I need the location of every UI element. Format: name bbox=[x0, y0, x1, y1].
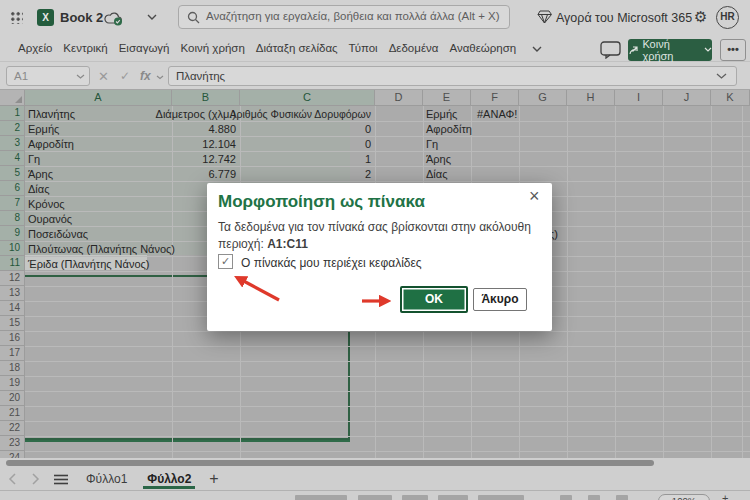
cell-B5[interactable]: 6.779 bbox=[208, 168, 236, 180]
column-header-I[interactable]: I bbox=[615, 90, 663, 106]
app-launcher-waffle-icon[interactable] bbox=[10, 11, 23, 24]
row-header-15[interactable]: 15 bbox=[0, 316, 25, 331]
status-view-icon[interactable] bbox=[560, 495, 572, 500]
cell-A1[interactable]: Πλανήτης bbox=[28, 108, 75, 120]
cell-B3[interactable]: 12.104 bbox=[202, 138, 236, 150]
row-header-14[interactable]: 14 bbox=[0, 301, 25, 316]
row-header-13[interactable]: 13 bbox=[0, 286, 25, 301]
insert-function-icon[interactable]: fx bbox=[140, 69, 151, 83]
cell-C3[interactable]: 0 bbox=[365, 138, 371, 150]
row-header-16[interactable]: 16 bbox=[0, 331, 25, 346]
row-header-4[interactable]: 4 bbox=[0, 151, 25, 166]
sheet-nav-left-icon[interactable] bbox=[8, 473, 17, 485]
select-all-corner[interactable] bbox=[0, 90, 25, 106]
settings-gear-icon[interactable]: ⚙ bbox=[694, 8, 707, 26]
cell-E3[interactable]: Γη bbox=[426, 138, 438, 150]
cell-C1[interactable]: Αριθμός Φυσικών Δορυφόρων bbox=[230, 108, 372, 120]
row-header-6[interactable]: 6 bbox=[0, 181, 25, 196]
row-header-18[interactable]: 18 bbox=[0, 361, 25, 376]
zoom-control[interactable]: 100% bbox=[658, 494, 710, 500]
headers-checkbox-label[interactable]: Ο πίνακάς μου περιέχει κεφαλίδες bbox=[241, 256, 422, 270]
cell-A11[interactable]: Έριδα (Πλανήτης Νάνος) bbox=[28, 258, 150, 270]
account-avatar[interactable]: HR bbox=[716, 6, 739, 29]
row-header-1[interactable]: 1 bbox=[0, 106, 25, 121]
status-view-icon[interactable] bbox=[588, 495, 600, 500]
cell-B4[interactable]: 12.742 bbox=[202, 153, 236, 165]
row-header-3[interactable]: 3 bbox=[0, 136, 25, 151]
sheet-tab-φύλλο1[interactable]: Φύλλο1 bbox=[82, 468, 131, 490]
column-header-B[interactable]: B bbox=[172, 90, 240, 106]
row-header-22[interactable]: 22 bbox=[0, 421, 25, 436]
sheet-nav-right-icon[interactable] bbox=[31, 473, 40, 485]
name-box-chevron-icon[interactable] bbox=[76, 74, 85, 80]
cancel-button[interactable]: Άκυρο bbox=[473, 288, 527, 311]
ribbon-tab-αναθεώρηση[interactable]: Αναθεώρηση bbox=[449, 42, 516, 54]
cell-A9[interactable]: Ποσειδώνας bbox=[28, 228, 88, 240]
cell-B1[interactable]: Διάμετρος (χλμ.) bbox=[156, 108, 236, 120]
workbook-title[interactable]: Book 2 bbox=[60, 10, 103, 25]
cell-A5[interactable]: Άρης bbox=[28, 168, 53, 180]
zoom-in-icon[interactable]: + bbox=[722, 492, 728, 500]
row-header-7[interactable]: 7 bbox=[0, 196, 25, 211]
cell-E5[interactable]: Δίας bbox=[426, 168, 447, 180]
column-header-D[interactable]: D bbox=[375, 90, 423, 106]
ok-button[interactable]: OK bbox=[400, 286, 468, 313]
ribbon-tab-αρχείο[interactable]: Αρχείο bbox=[18, 42, 52, 54]
cell-B2[interactable]: 4.880 bbox=[208, 123, 236, 135]
cell-E4[interactable]: Άρης bbox=[426, 153, 451, 165]
row-header-19[interactable]: 19 bbox=[0, 376, 25, 391]
row-header-21[interactable]: 21 bbox=[0, 406, 25, 421]
cell-A7[interactable]: Κρόνος bbox=[28, 198, 65, 210]
ribbon-tab-κοινή-χρήση[interactable]: Κοινή χρήση bbox=[181, 42, 245, 54]
formula-enter-icon[interactable]: ✓ bbox=[120, 69, 130, 83]
ribbon-overflow-chevron-icon[interactable] bbox=[532, 46, 542, 53]
sheet-list-menu-icon[interactable] bbox=[54, 474, 68, 485]
formula-cancel-icon[interactable]: ✕ bbox=[98, 69, 109, 84]
column-header-G[interactable]: G bbox=[519, 90, 567, 106]
comments-icon[interactable] bbox=[600, 41, 622, 59]
ribbon-tab-δεδομένα[interactable]: Δεδομένα bbox=[389, 42, 439, 54]
row-header-12[interactable]: 12 bbox=[0, 271, 25, 286]
horizontal-scrollbar-thumb[interactable] bbox=[6, 460, 654, 466]
row-header-9[interactable]: 9 bbox=[0, 226, 25, 241]
row-header-10[interactable]: 10 bbox=[0, 241, 25, 256]
title-chevron-down-icon[interactable] bbox=[147, 14, 157, 21]
ribbon-tab-τύποι[interactable]: Τύποι bbox=[349, 42, 378, 54]
column-header-F[interactable]: F bbox=[471, 90, 519, 106]
ribbon-more-button[interactable]: ••• bbox=[720, 39, 746, 61]
cell-C4[interactable]: 1 bbox=[365, 153, 371, 165]
horizontal-scrollbar[interactable] bbox=[0, 458, 750, 468]
row-header-2[interactable]: 2 bbox=[0, 121, 25, 136]
column-header-E[interactable]: E bbox=[423, 90, 471, 106]
row-header-20[interactable]: 20 bbox=[0, 391, 25, 406]
cell-A10[interactable]: Πλούτωνας (Πλανήτης Νάνος) bbox=[28, 243, 175, 255]
row-header-8[interactable]: 8 bbox=[0, 211, 25, 226]
column-header-K[interactable]: K bbox=[711, 90, 750, 106]
headers-checkbox[interactable]: ✓ bbox=[218, 254, 233, 269]
column-header-H[interactable]: H bbox=[567, 90, 615, 106]
row-header-23[interactable]: 23 bbox=[0, 436, 25, 451]
buy-microsoft365-link[interactable]: Αγορά του Microsoft 365 bbox=[556, 11, 692, 25]
cell-E1[interactable]: Ερμής bbox=[426, 108, 457, 120]
column-header-A[interactable]: A bbox=[25, 90, 172, 106]
sheet-tab-φύλλο2[interactable]: Φύλλο2 bbox=[143, 468, 195, 490]
row-header-24[interactable]: 24 bbox=[0, 451, 25, 458]
dialog-close-icon[interactable]: × bbox=[529, 187, 540, 205]
row-header-17[interactable]: 17 bbox=[0, 346, 25, 361]
ribbon-tab-κεντρική[interactable]: Κεντρική bbox=[63, 42, 107, 54]
cell-F1[interactable]: #ΑΝΑΦ! bbox=[477, 108, 517, 120]
share-button[interactable]: Κοινή χρήση bbox=[628, 39, 712, 61]
ribbon-tab-διάταξη-σελίδας[interactable]: Διάταξη σελίδας bbox=[256, 42, 338, 54]
row-header-5[interactable]: 5 bbox=[0, 166, 25, 181]
cell-C5[interactable]: 2 bbox=[365, 168, 371, 180]
formula-input[interactable] bbox=[168, 66, 737, 86]
cell-A4[interactable]: Γη bbox=[28, 153, 40, 165]
column-header-J[interactable]: J bbox=[663, 90, 711, 106]
cell-A6[interactable]: Δίας bbox=[28, 183, 49, 195]
cell-E2[interactable]: Αφροδίτη bbox=[426, 123, 472, 135]
ribbon-tab-εισαγωγή[interactable]: Εισαγωγή bbox=[119, 42, 170, 54]
cell-A3[interactable]: Αφροδίτη bbox=[28, 138, 74, 150]
column-header-C[interactable]: C bbox=[240, 90, 375, 106]
cell-A8[interactable]: Ουρανός bbox=[28, 213, 72, 225]
status-view-icon[interactable] bbox=[616, 495, 628, 500]
